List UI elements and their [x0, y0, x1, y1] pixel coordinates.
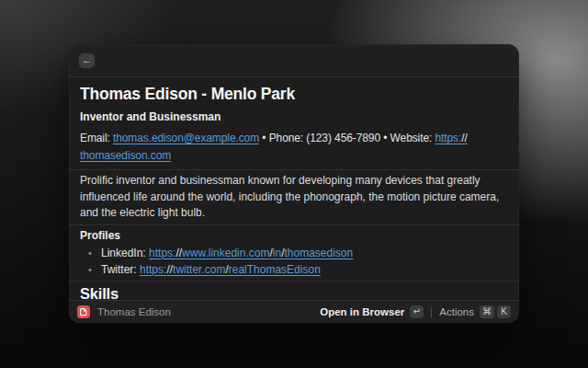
action-bar: Thomas Edison Open in Browser ↵ Actions … [69, 300, 519, 323]
separator: • [259, 132, 269, 144]
back-button[interactable]: ← [79, 53, 95, 68]
list-item: • LinkedIn: https://www.linkedin.com/in/… [80, 245, 508, 261]
return-key-icon: ↵ [410, 305, 424, 318]
footer-right: Open in Browser ↵ Actions ⌘ K [320, 305, 511, 318]
profile-label: Twitter: [101, 263, 140, 276]
open-in-browser-action[interactable]: Open in Browser ↵ [320, 305, 424, 318]
twitter-link[interactable]: https://twitter.com/realThomasEdison [140, 263, 321, 276]
website-scheme: https: [435, 132, 461, 144]
open-in-browser-label: Open in Browser [320, 306, 404, 317]
contact-line-1: Email: thomas.edison@example.com • Phone… [80, 130, 508, 147]
contact-line: Email: thomas.edison@example.com • Phone… [80, 130, 508, 165]
detail-scroll-area[interactable]: Thomas Edison - Menlo Park Inventor and … [69, 77, 519, 300]
phone-text: Phone: (123) 456-7890 [269, 132, 380, 144]
list-item: • Twitter: https://twitter.com/realThoma… [80, 261, 508, 278]
back-arrow-icon: ← [82, 55, 92, 65]
extension-window: ← Thomas Edison - Menlo Park Inventor an… [69, 44, 519, 323]
cmd-key-icon: ⌘ [480, 305, 494, 318]
bullet-icon: • [85, 245, 95, 261]
footer-left: Thomas Edison [77, 305, 171, 318]
actions-menu-button[interactable]: Actions ⌘ K [439, 305, 511, 318]
footer-divider [431, 307, 432, 317]
divider [69, 169, 519, 170]
website-link[interactable]: thomasedison.com [80, 149, 171, 162]
website-label: Website: [390, 132, 435, 144]
website-link[interactable]: https:// [435, 132, 467, 144]
page-title: Thomas Edison - Menlo Park [80, 85, 508, 104]
description: Prolific inventor and businessman known … [80, 173, 508, 222]
bullet-icon: • [85, 261, 95, 278]
website-slashes: // [461, 132, 467, 144]
extension-icon [77, 305, 90, 318]
desktop-background: ← Thomas Edison - Menlo Park Inventor an… [0, 0, 588, 368]
actions-label: Actions [439, 306, 474, 317]
k-key-icon: K [497, 305, 511, 318]
skills-heading: Skills [80, 284, 508, 301]
profile-line: Twitter: https://twitter.com/realThomasE… [101, 261, 321, 278]
separator: • [380, 132, 390, 144]
extension-title: Thomas Edison [97, 306, 171, 317]
linkedin-link[interactable]: https://www.linkedin.com/in/thomasedison [149, 247, 353, 259]
navigation-bar: ← [69, 44, 519, 77]
subtitle: Inventor and Businessman [80, 110, 508, 124]
profile-label: LinkedIn: [101, 247, 149, 259]
profiles-heading: Profiles [80, 229, 508, 243]
profile-line: LinkedIn: https://www.linkedin.com/in/th… [101, 245, 353, 261]
email-label: Email: [80, 132, 113, 144]
profiles-list: • LinkedIn: https://www.linkedin.com/in/… [80, 245, 508, 278]
divider [69, 281, 519, 282]
email-link[interactable]: thomas.edison@example.com [113, 132, 259, 144]
divider [69, 224, 519, 225]
